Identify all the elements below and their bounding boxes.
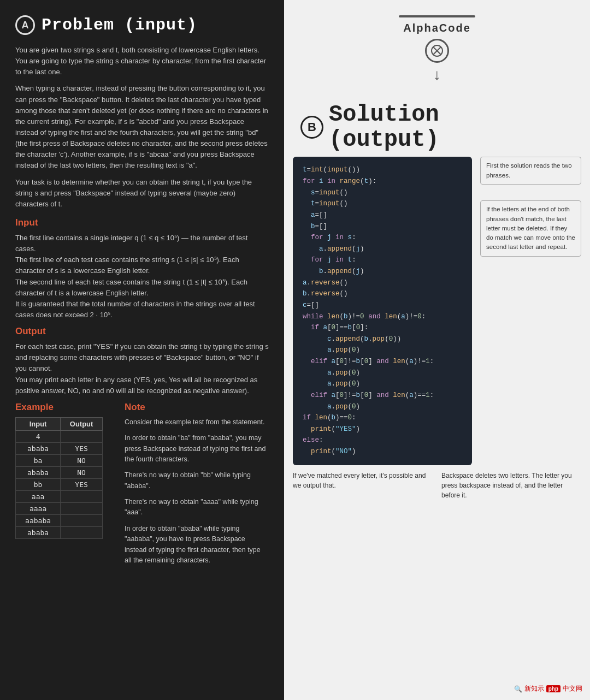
table-cell: ababa xyxy=(16,526,61,538)
col-header-input: Input xyxy=(16,417,61,430)
intro-p3: Your task is to determine whether you ca… xyxy=(15,177,269,210)
table-cell xyxy=(61,430,103,442)
output-section-title: Output xyxy=(15,326,269,337)
code-line: print("NO") xyxy=(303,446,462,458)
example-col: Example Input Output 4 ababa YES xyxy=(15,402,114,572)
bottom-note-left: If we've matched every letter, it's poss… xyxy=(293,471,433,500)
watermark-cn: 中文网 xyxy=(563,684,582,693)
table-row: aaaa xyxy=(16,502,103,514)
code-line: if a[0]==b[0]: xyxy=(303,322,462,334)
note-col: Note Consider the example test from the … xyxy=(125,402,269,572)
output-p2: You may print each letter in any case (Y… xyxy=(15,375,269,396)
table-cell xyxy=(61,502,103,514)
code-line: a.pop(0) xyxy=(303,401,462,413)
solution-title-text-line1: Solution xyxy=(329,102,439,127)
down-arrow-icon: ↓ xyxy=(433,66,441,84)
watermark: 🔍 新知示 php 中文网 xyxy=(514,684,582,693)
code-line: t=input() xyxy=(303,198,462,210)
input-section-title: Input xyxy=(15,217,269,228)
code-line: print("YES") xyxy=(303,424,462,435)
code-line: s=input() xyxy=(303,187,462,199)
bottom-notes: If we've matched every letter, it's poss… xyxy=(284,465,590,506)
intro-p2: When typing a character, instead of pres… xyxy=(15,83,269,171)
code-line: a.pop(0) xyxy=(303,345,462,356)
example-title: Example xyxy=(15,402,114,413)
code-line: a.pop(0) xyxy=(303,367,462,379)
annotation-top: First the solution reads the two phrases… xyxy=(480,157,581,185)
problem-title-area: A Problem (input) xyxy=(15,15,269,35)
note-p5: In order to obtain "ababa" while typing … xyxy=(125,524,269,566)
table-row: ababa xyxy=(16,526,103,538)
table-row: 4 xyxy=(16,430,103,442)
note-p1: Consider the example test from the state… xyxy=(125,417,269,428)
table-row: ba NO xyxy=(16,454,103,466)
input-p1: The first line contains a single integer… xyxy=(15,233,269,254)
table-cell: NO xyxy=(61,466,103,478)
alphacode-icon xyxy=(425,39,449,63)
watermark-php: php xyxy=(546,685,560,692)
code-line: if len(b)==0: xyxy=(303,412,462,424)
code-annotation-area: First the solution reads the two phrases… xyxy=(293,157,581,465)
code-line: else: xyxy=(303,435,462,446)
code-line: for j in s: xyxy=(303,232,462,244)
watermark-text: 新知示 xyxy=(524,684,544,693)
input-p3: The second line of each test case contai… xyxy=(15,277,269,299)
table-row: bb YES xyxy=(16,478,103,490)
table-cell: aababa xyxy=(16,514,61,526)
table-cell: ababa xyxy=(16,466,61,478)
input-p4: It is guaranteed that the total number o… xyxy=(15,299,269,321)
table-cell: YES xyxy=(61,478,103,490)
code-line: for j in t: xyxy=(303,254,462,266)
code-line: while len(b)!=0 and len(a)!=0: xyxy=(303,311,462,323)
table-cell: aaaa xyxy=(16,502,61,514)
alphacode-bar xyxy=(399,15,475,17)
solution-title-area: B Solution (output) xyxy=(284,97,590,152)
code-line: c.append(b.pop(0)) xyxy=(303,334,462,345)
solution-title: B Solution (output) xyxy=(300,102,574,152)
code-line: b.append(j) xyxy=(303,266,462,277)
code-block: t=int(input()) for i in range(t): s=inpu… xyxy=(293,157,472,465)
table-cell xyxy=(61,526,103,538)
code-line: b=[] xyxy=(303,221,462,233)
annotation-mid: If the letters at the end of both phrase… xyxy=(480,200,581,256)
output-text: For each test case, print "YES" if you c… xyxy=(15,341,269,396)
code-line: b.reverse() xyxy=(303,288,462,300)
problem-title-text: Problem (input) xyxy=(42,16,197,34)
solution-badge: B xyxy=(300,116,323,139)
note-p4: There's no way to obtain "aaaa" while ty… xyxy=(125,497,269,518)
code-line: t=int(input()) xyxy=(303,164,462,176)
code-line: elif a[0]!=b[0] and len(a)==1: xyxy=(303,390,462,401)
table-cell: aaa xyxy=(16,490,61,502)
code-line: a=[] xyxy=(303,210,462,221)
example-table: Input Output 4 ababa YES ba NO xyxy=(15,417,103,539)
table-cell xyxy=(61,490,103,502)
input-text: The first line contains a single integer… xyxy=(15,233,269,321)
alphacode-header: AlphaCode ↓ xyxy=(284,0,590,97)
table-cell: 4 xyxy=(16,430,61,442)
code-line: a.reverse() xyxy=(303,277,462,289)
example-note-row: Example Input Output 4 ababa YES xyxy=(15,402,269,572)
table-row: ababa YES xyxy=(16,442,103,454)
left-panel: A Problem (input) You are given two stri… xyxy=(0,0,284,700)
code-line: c=[] xyxy=(303,300,462,311)
watermark-icon: 🔍 xyxy=(514,685,522,693)
code-line: elif a[0]!=b[0] and len(a)!=1: xyxy=(303,356,462,367)
solution-title-text-line2: (output) xyxy=(329,127,439,152)
problem-badge: A xyxy=(15,15,35,35)
intro-p1: You are given two strings s and t, both … xyxy=(15,45,269,78)
note-p3: There's no way to obtain "bb" while typi… xyxy=(125,470,269,491)
table-row: aaa xyxy=(16,490,103,502)
input-p2: The first line of each test case contain… xyxy=(15,254,269,276)
table-row: aababa xyxy=(16,514,103,526)
code-line: a.pop(0) xyxy=(303,378,462,390)
note-title: Note xyxy=(125,402,269,413)
table-cell: YES xyxy=(61,442,103,454)
table-cell: NO xyxy=(61,454,103,466)
table-cell: ababa xyxy=(16,442,61,454)
note-p2: In order to obtain "ba" from "ababa", yo… xyxy=(125,433,269,465)
alphacode-label: AlphaCode xyxy=(403,22,471,34)
code-line: for i in range(t): xyxy=(303,176,462,187)
right-panel: AlphaCode ↓ B Solution (output) First th… xyxy=(284,0,590,700)
table-cell: bb xyxy=(16,478,61,490)
table-cell xyxy=(61,514,103,526)
